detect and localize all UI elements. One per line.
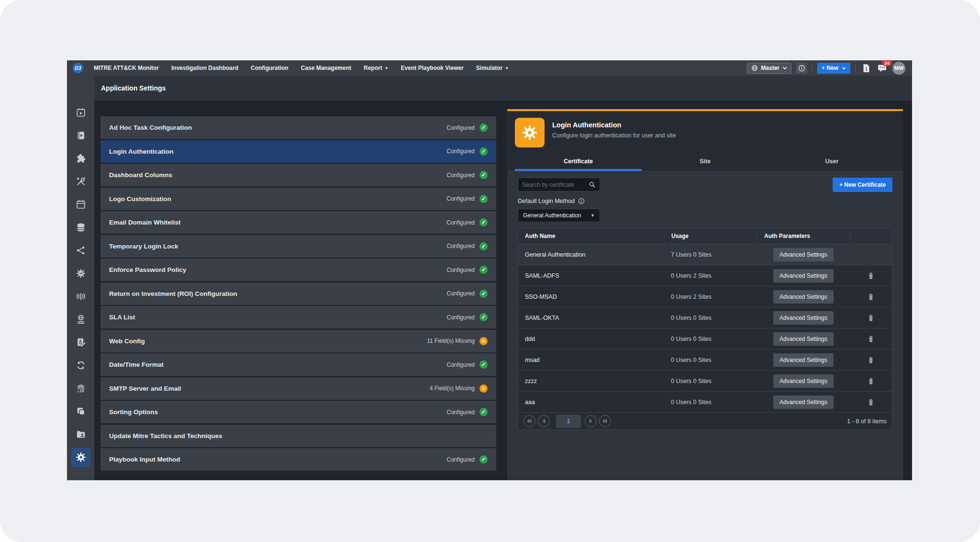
sidebar-item-automation-gear[interactable]: AR [67, 262, 94, 285]
advanced-settings-button[interactable]: Advanced Settings [773, 395, 834, 409]
check-icon: ✓ [479, 218, 488, 226]
nav-item-case-management[interactable]: Case Management [301, 65, 351, 71]
prev-page-icon [541, 418, 546, 424]
search-icon[interactable] [589, 181, 596, 188]
notifications-button[interactable]: 24 [876, 63, 888, 73]
table-row[interactable]: SAML-ADFS 0 Users 2 Sites Advanced Setti… [518, 265, 892, 286]
list-item[interactable]: Enforce Password PolicyConfigured✓ [100, 259, 496, 281]
d3-logo[interactable]: D3 [73, 63, 83, 73]
delete-button[interactable] [868, 398, 874, 406]
database-icon [76, 222, 86, 233]
sidebar-item-share[interactable] [67, 239, 94, 262]
status-text: Configured [446, 314, 475, 321]
list-item[interactable]: Dashboard ColumnsConfigured✓ [100, 164, 496, 186]
default-login-method-label: Default Login Method [518, 198, 575, 204]
advanced-settings-button[interactable]: Advanced Settings [773, 290, 834, 304]
sidebar-item-fingerprint[interactable] [67, 377, 94, 400]
nav-item-investigation-dashboard[interactable]: Investigation Dashboard [171, 65, 238, 71]
current-page-indicator[interactable]: 1 [556, 415, 581, 428]
sidebar-item-database[interactable] [67, 216, 94, 239]
search-input[interactable] [522, 181, 589, 188]
table-row[interactable]: SAML-OKTA 0 Users 0 Sites Advanced Setti… [518, 307, 892, 328]
delete-button[interactable] [868, 356, 874, 364]
new-button[interactable]: + New [817, 63, 850, 74]
advanced-settings-button[interactable]: Advanced Settings [773, 332, 834, 346]
advanced-settings-button[interactable]: Advanced Settings [773, 374, 834, 388]
delete-button[interactable] [868, 314, 874, 322]
info-button[interactable] [796, 63, 807, 74]
calendar-icon [76, 199, 86, 210]
panel-subtitle: Configure login authentication for user … [552, 132, 676, 139]
sidebar-item-user-folder[interactable] [67, 423, 94, 446]
copy-icon [76, 406, 86, 417]
new-certificate-button[interactable]: + New Certificate [833, 178, 892, 192]
tab-site[interactable]: Site [642, 153, 768, 171]
pagination-prev-button[interactable] [538, 415, 550, 427]
list-item[interactable]: SLA ListConfigured✓ [100, 306, 496, 328]
list-item[interactable]: Playbook Input MethodConfigured✓ [100, 448, 496, 471]
x-icon: × [479, 384, 488, 393]
sync-icon [76, 360, 86, 371]
sidebar-item-playbook[interactable] [67, 124, 94, 147]
pagination-first-button[interactable] [523, 415, 535, 427]
advanced-settings-button[interactable]: Advanced Settings [773, 269, 834, 282]
sidebar-item-utilities[interactable] [67, 170, 94, 193]
advanced-settings-button[interactable]: Advanced Settings [773, 353, 834, 367]
list-item[interactable]: Web Config11 Field(s) Missing× [100, 330, 496, 352]
x-icon: × [479, 337, 488, 345]
nav-item-mitre-attck-monitor[interactable]: MITRE ATT&CK Monitor [94, 65, 159, 71]
master-site-selector[interactable]: Master [747, 63, 791, 74]
table-row[interactable]: aaa 0 Users 0 Sites Advanced Settings [518, 391, 892, 412]
nav-item-event-playbook-viewer[interactable]: Event Playbook Viewer [401, 65, 464, 71]
list-item[interactable]: Date/Time FormatConfigured✓ [100, 353, 496, 376]
info-icon[interactable] [578, 198, 585, 204]
sidebar-item-application-settings[interactable] [67, 446, 94, 469]
list-item[interactable]: Sorting OptionsConfigured✓ [100, 401, 496, 423]
list-item[interactable]: Update Mitre Tactics and Techniques [100, 425, 496, 447]
sidebar-item-calendar-play[interactable] [67, 101, 94, 124]
pagination-bar: 1 1 - 8 of 8 items [518, 412, 892, 429]
sidebar-item-calendar[interactable] [67, 193, 94, 216]
status-text: Configured [446, 290, 475, 297]
table-row[interactable]: SSO-MSAD 0 Users 2 Sites Advanced Settin… [518, 286, 892, 307]
list-item[interactable]: Ad Hoc Task ConfigurationConfigured✓ [100, 116, 496, 139]
table-row[interactable]: zzzz 0 Users 0 Sites Advanced Settings [518, 370, 892, 391]
sidebar-item-report-template[interactable] [67, 331, 94, 354]
list-item[interactable]: Logo CustomizationConfigured✓ [100, 188, 496, 210]
list-item[interactable]: Return on Investment (ROI) Configuration… [100, 282, 496, 305]
list-item[interactable]: Temporary Login LockConfigured✓ [100, 235, 496, 258]
user-avatar[interactable]: MW [892, 62, 905, 75]
delete-button[interactable] [868, 272, 874, 280]
notification-count-badge: 24 [882, 60, 892, 66]
table-row[interactable]: msad 0 Users 0 Sites Advanced Settings [518, 349, 892, 370]
table-row[interactable]: General Authentication 7 Users 0 Sites A… [518, 244, 892, 265]
delete-button[interactable] [868, 377, 874, 385]
tab-certificate[interactable]: Certificate [515, 153, 642, 171]
nav-item-configuration[interactable]: Configuration [251, 65, 289, 71]
list-item[interactable]: SMTP Server and Email4 Field(s) Missing× [100, 377, 496, 400]
pagination-last-button[interactable] [599, 415, 611, 427]
delete-button[interactable] [868, 293, 874, 301]
nav-item-report[interactable]: Report▼ [364, 65, 389, 71]
sidebar-item-broadcast[interactable] [67, 285, 94, 308]
column-auth-parameters: Auth Parameters [757, 228, 850, 244]
default-login-method-select[interactable]: General Authentication ▼ [518, 209, 600, 222]
nav-item-simulator[interactable]: Simulator▼ [476, 65, 509, 71]
pagination-next-button[interactable] [585, 415, 597, 427]
delete-button[interactable] [868, 335, 874, 343]
release-notes-button[interactable] [860, 63, 871, 74]
list-item-selected[interactable]: Login AuthenticationConfigured✓ [100, 140, 496, 163]
sidebar-item-sync[interactable] [67, 354, 94, 377]
divider [855, 64, 856, 72]
sidebar-item-integrations[interactable] [67, 147, 94, 170]
status-text: Configured [446, 195, 475, 202]
gear-icon [521, 124, 538, 141]
sidebar-item-copy[interactable] [67, 400, 94, 423]
table-row[interactable]: ddd 0 Users 0 Sites Advanced Settings [518, 328, 892, 349]
sidebar-item-web[interactable] [67, 308, 94, 331]
advanced-settings-button[interactable]: Advanced Settings [773, 248, 834, 261]
advanced-settings-button[interactable]: Advanced Settings [773, 311, 834, 325]
selected-login-method: General Authentication [523, 212, 590, 219]
list-item[interactable]: Email Domain WhitelistConfigured✓ [100, 211, 496, 234]
tab-user[interactable]: User [768, 153, 895, 171]
